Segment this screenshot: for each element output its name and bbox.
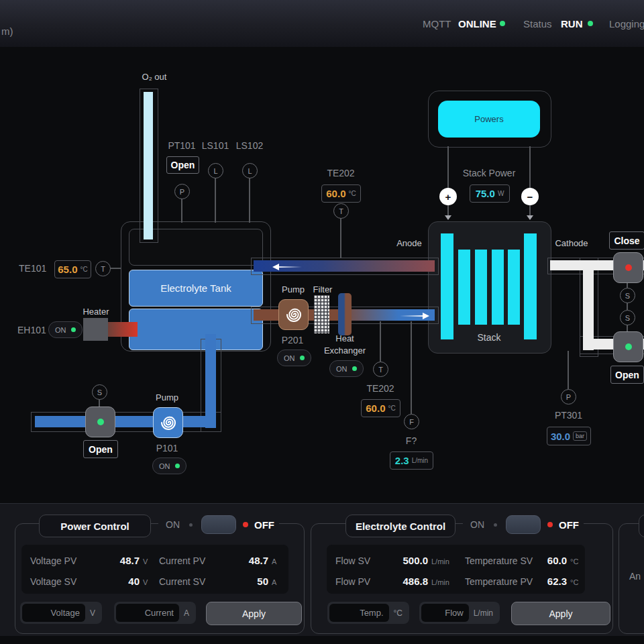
voltage-input[interactable] — [22, 604, 85, 622]
row-value: 60.0 — [513, 555, 567, 566]
current-input-chip: A — [114, 602, 196, 624]
stack-power-value: 75.0 — [476, 188, 495, 199]
recirc-open-button[interactable]: Open — [83, 440, 118, 458]
te101-value: 65.0 — [58, 264, 77, 275]
current-input[interactable] — [116, 604, 179, 622]
te202-top-value: 60.0 — [326, 188, 345, 199]
electrolyte-apply-button[interactable]: Apply — [511, 602, 610, 625]
stack-cell — [475, 250, 487, 325]
row-unit: °C — [570, 557, 578, 566]
window-title-fragment: m) — [1, 25, 13, 37]
flow-unit: L/min — [412, 457, 428, 464]
pt301-value-box: 30.0 bar — [547, 427, 591, 445]
heat-exchanger-element — [338, 293, 352, 335]
flow-sensor-icon: F — [404, 414, 419, 429]
row-value: 500.0 — [366, 555, 428, 566]
temperature-sensor-icon: T — [333, 203, 349, 219]
power-line-positive — [447, 146, 449, 216]
te202-bottom-value: 60.0 — [366, 402, 385, 414]
flow-arrow-right-icon — [400, 311, 431, 323]
eh101-on-pill[interactable]: ON — [48, 321, 83, 338]
p101-on-pill[interactable]: ON — [152, 458, 186, 474]
row-unit: V — [143, 578, 148, 586]
heater-body — [83, 318, 108, 341]
on-dot — [71, 327, 76, 332]
flow-input[interactable] — [421, 604, 469, 622]
ls102-label: LS102 — [233, 140, 266, 151]
stack-plate — [441, 233, 453, 339]
plus-terminal-button[interactable]: + — [439, 188, 457, 205]
eh101-label: EH101 — [17, 325, 46, 335]
mqtt-online-dot — [500, 21, 505, 26]
temperature-sensor-icon: T — [95, 261, 111, 276]
sensor-line — [380, 321, 381, 362]
flow-value-box: 2.3 L/min — [390, 451, 433, 470]
ls101-label: LS101 — [199, 140, 232, 151]
power-control-toggle[interactable] — [201, 515, 236, 534]
te202-top-unit: °C — [348, 190, 356, 197]
third-panel-text-fragment: An — [629, 571, 641, 582]
minus-terminal-button[interactable]: − — [521, 188, 539, 205]
status-run-dot — [588, 21, 593, 26]
filter-element — [314, 295, 329, 333]
p101-tag: P101 — [152, 443, 182, 453]
sensor-line — [411, 321, 412, 414]
cathode-close-button[interactable]: Close — [609, 231, 644, 250]
pressure-sensor-icon: P — [561, 389, 576, 405]
recirculation-pipe — [35, 416, 216, 427]
stack-cell — [508, 250, 520, 325]
p201-state: ON — [284, 354, 295, 362]
on-dot — [352, 366, 357, 371]
heat-exchanger-label-1: Heat — [321, 333, 369, 343]
row-unit: L/min — [431, 557, 449, 566]
solenoid-icon: S — [92, 384, 107, 400]
p201-on-pill[interactable]: ON — [277, 350, 311, 366]
sensor-line — [181, 199, 182, 223]
cathode-open-button[interactable]: Open — [610, 366, 644, 384]
stack-plate — [524, 233, 537, 339]
flow-label: F? — [398, 435, 425, 446]
temp-input[interactable] — [329, 604, 389, 622]
voltage-input-unit: V — [90, 608, 95, 618]
te202-top-label: TE202 — [324, 168, 358, 178]
mqtt-status-value: ONLINE — [458, 18, 496, 30]
heat-exchanger-label-2: Exchanger — [321, 345, 369, 356]
p101-state: ON — [159, 462, 170, 470]
pt101-open-button[interactable]: Open — [166, 156, 199, 174]
electrolyte-tank: Electrolyte Tank — [129, 270, 263, 307]
electrolyte-control-toggle[interactable] — [506, 515, 541, 534]
flow-input-chip: L/min — [419, 602, 500, 624]
on-label: ON — [166, 519, 180, 530]
temp-input-unit: °C — [394, 608, 402, 618]
powers-button[interactable]: Powers — [438, 101, 540, 138]
on-dot — [175, 464, 180, 468]
hx-on-pill[interactable]: ON — [329, 360, 364, 377]
pump-p101[interactable] — [153, 407, 183, 438]
current-input-unit: A — [184, 608, 189, 618]
valve-open-dot — [625, 343, 632, 350]
sensor-line — [568, 351, 569, 389]
solenoid-icon: S — [620, 288, 635, 303]
te101-value-box: 65.0 °C — [54, 260, 91, 278]
status-value: RUN — [561, 18, 583, 30]
pt301-unit: bar — [573, 431, 587, 441]
sensor-line — [110, 268, 121, 269]
cathode-valve-closed[interactable] — [613, 252, 643, 283]
tank-liquid-level — [129, 309, 263, 350]
down-arrow-icon — [527, 215, 533, 220]
pump-p201[interactable] — [278, 299, 309, 330]
cathode-valve-open[interactable] — [613, 331, 643, 362]
pump201-label: Pump — [278, 284, 309, 294]
stack-power-value-box: 75.0 W — [470, 184, 510, 203]
recirc-valve-open[interactable] — [85, 407, 115, 437]
flow-arrow-left-icon — [271, 262, 302, 274]
row-label: Voltage SV — [30, 576, 76, 587]
flow-input-unit: L/min — [474, 608, 493, 618]
row-unit: A — [272, 557, 276, 566]
power-apply-button[interactable]: Apply — [206, 602, 302, 625]
stack-power-unit: W — [498, 190, 504, 197]
te101-unit: °C — [80, 266, 87, 273]
o2-outlet-pipe — [144, 92, 153, 239]
temperature-sensor-icon: T — [373, 362, 388, 377]
eh101-state: ON — [55, 326, 66, 334]
